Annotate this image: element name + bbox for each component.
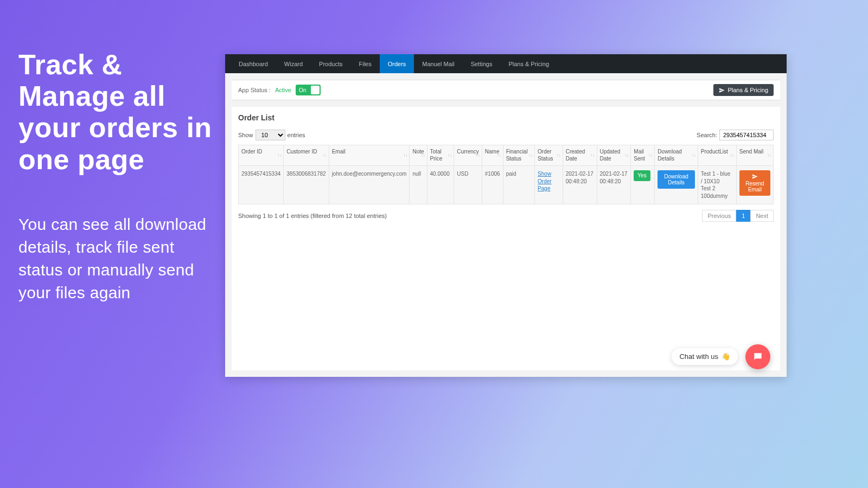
sort-icon: ↑↓ <box>421 154 425 157</box>
table-info: Showing 1 to 1 of 1 entries (filtered fr… <box>238 213 387 219</box>
col-order-id[interactable]: Order ID↑↓ <box>239 145 284 166</box>
table-row: 2935457415334 3853006831782 john.doe@eco… <box>239 166 774 204</box>
cell-order-status: Show Order Page <box>535 166 563 204</box>
card-title: Order List <box>238 113 774 122</box>
page-1-button[interactable]: 1 <box>736 210 750 222</box>
mail-sent-badge: Yes <box>634 170 650 181</box>
paper-plane-icon <box>719 87 725 93</box>
sort-icon: ↑↓ <box>323 154 327 157</box>
sort-icon: ↑↓ <box>767 154 771 157</box>
sort-icon: ↑↓ <box>403 154 407 157</box>
app-status-label: App Status : <box>238 87 271 93</box>
promo-sidebar: Track & Manage all your orders in one pa… <box>0 0 225 488</box>
cell-updated-date: 2021-02-17 00:48:20 <box>597 166 631 204</box>
nav-products[interactable]: Products <box>311 54 350 73</box>
cell-financial-status: paid <box>503 166 534 204</box>
prev-button[interactable]: Previous <box>702 210 736 222</box>
col-financial-status[interactable]: Financial Status↑↓ <box>503 145 534 166</box>
orders-table: Order ID↑↓ Customer ID↑↓ Email↑↓ Note↑↓ … <box>238 145 774 204</box>
status-bar: App Status : Active On Plans & Pricing <box>232 80 780 100</box>
cell-product-list: Test 1 - blue / 10X10 Test 2 100dummy <box>698 166 736 204</box>
app-status-value: Active <box>275 87 291 93</box>
col-updated-date[interactable]: Updated Date↑↓ <box>597 145 631 166</box>
entries-select[interactable]: 10 <box>256 130 285 140</box>
cell-send-mail: Resend Email <box>736 166 773 204</box>
col-send-mail[interactable]: Send Mail↑↓ <box>736 145 773 166</box>
download-details-button[interactable]: Download Details <box>658 170 694 189</box>
cell-name: #1006 <box>482 166 503 204</box>
sort-icon: ↑↓ <box>557 154 561 157</box>
toggle-label: On <box>299 87 306 93</box>
app-panel: Dashboard Wizard Products Files Orders M… <box>225 54 787 377</box>
plans-pricing-label: Plans & Pricing <box>727 87 768 93</box>
sort-icon: ↑↓ <box>476 154 480 157</box>
col-currency[interactable]: Currency↑↓ <box>454 145 482 166</box>
app-status-toggle[interactable]: On <box>296 85 321 95</box>
table-controls: Show 10 entries Search: <box>238 130 774 140</box>
next-button[interactable]: Next <box>750 210 774 222</box>
col-note[interactable]: Note↑↓ <box>410 145 427 166</box>
chat-bubble-icon <box>752 351 763 362</box>
top-nav: Dashboard Wizard Products Files Orders M… <box>225 54 787 73</box>
order-list-card: Order List Show 10 entries Search: Order… <box>232 107 780 370</box>
cell-order-id: 2935457415334 <box>239 166 284 204</box>
promo-subtitle: You can see all download details, track … <box>18 213 212 304</box>
nav-dashboard[interactable]: Dashboard <box>231 54 276 73</box>
nav-manuel-mail[interactable]: Manuel Mail <box>414 54 462 73</box>
search-input[interactable] <box>719 130 774 140</box>
nav-orders[interactable]: Orders <box>380 54 414 73</box>
sort-icon: ↑↓ <box>528 154 533 157</box>
col-mail-sent[interactable]: Mail Sent↑↓ <box>631 145 655 166</box>
search-label: Search: <box>697 132 717 138</box>
plans-pricing-button[interactable]: Plans & Pricing <box>713 84 774 96</box>
nav-settings[interactable]: Settings <box>463 54 501 73</box>
col-created-date[interactable]: Created Date↑↓ <box>563 145 597 166</box>
sort-icon: ↑↓ <box>448 154 452 157</box>
chat-fab-button[interactable] <box>745 344 770 369</box>
col-download-details[interactable]: Download Details↑↓ <box>655 145 698 166</box>
cell-mail-sent: Yes <box>631 166 655 204</box>
nav-files[interactable]: Files <box>350 54 379 73</box>
col-email[interactable]: Email↑↓ <box>329 145 410 166</box>
col-order-status[interactable]: Order Status↑↓ <box>535 145 563 166</box>
chat-with-us-pill[interactable]: Chat with us 👋 <box>672 348 738 365</box>
col-name[interactable]: Name↑↓ <box>482 145 503 166</box>
resend-email-button[interactable]: Resend Email <box>739 170 770 196</box>
cell-total-price: 40.0000 <box>427 166 454 204</box>
col-customer-id[interactable]: Customer ID↑↓ <box>284 145 329 166</box>
cell-download: Download Details <box>655 166 698 204</box>
table-footer: Showing 1 to 1 of 1 entries (filtered fr… <box>238 210 774 222</box>
sort-icon: ↑↓ <box>277 154 282 157</box>
nav-wizard[interactable]: Wizard <box>276 54 311 73</box>
col-total-price[interactable]: Total Price↑↓ <box>427 145 454 166</box>
cell-currency: USD <box>454 166 482 204</box>
sort-icon: ↑↓ <box>692 154 696 157</box>
chat-label: Chat with us <box>679 352 718 361</box>
sort-icon: ↑↓ <box>497 154 501 157</box>
show-prefix: Show <box>238 132 253 138</box>
cell-customer-id: 3853006831782 <box>284 166 329 204</box>
sort-icon: ↑↓ <box>591 154 595 157</box>
pagination: Previous 1 Next <box>702 210 774 222</box>
sort-icon: ↑↓ <box>648 154 653 157</box>
paper-plane-icon <box>752 174 758 179</box>
col-product-list[interactable]: ProductList↑↓ <box>698 145 736 166</box>
cell-email: john.doe@ecommergency.com <box>329 166 410 204</box>
nav-plans-pricing[interactable]: Plans & Pricing <box>500 54 557 73</box>
promo-title: Track & Manage all your orders in one pa… <box>18 49 212 175</box>
show-suffix: entries <box>288 132 305 138</box>
wave-emoji-icon: 👋 <box>722 352 730 361</box>
show-order-page-link[interactable]: Show Order Page <box>538 171 552 191</box>
cell-created-date: 2021-02-17 00:48:20 <box>563 166 597 204</box>
resend-email-label: Resend Email <box>744 181 766 192</box>
sort-icon: ↑↓ <box>624 154 629 157</box>
cell-note: null <box>410 166 427 204</box>
sort-icon: ↑↓ <box>730 154 735 157</box>
